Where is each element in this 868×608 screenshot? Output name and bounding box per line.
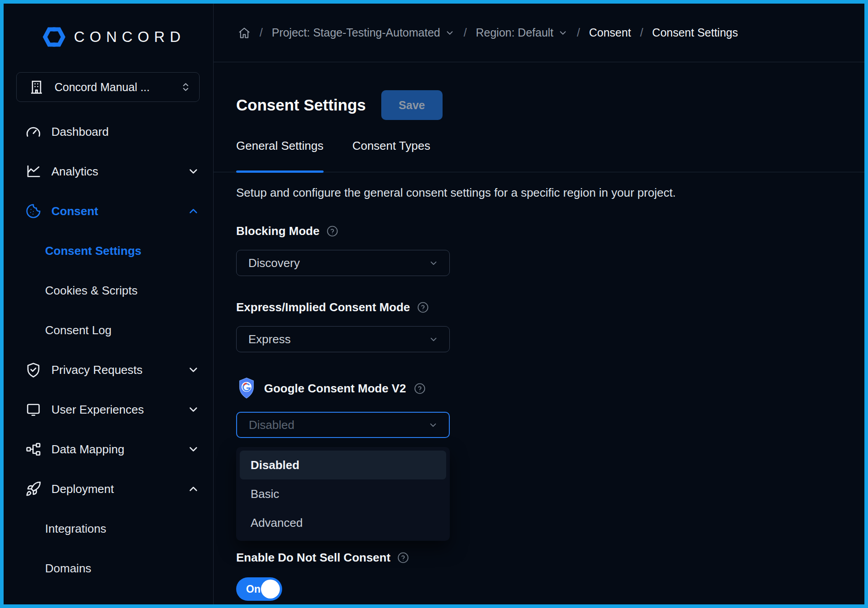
- sidebar-item-label: Consent Settings: [45, 244, 200, 258]
- sidebar-item-label: Domains: [45, 562, 200, 576]
- data-mapping-icon: [25, 441, 41, 457]
- sidebar-item-label: Privacy Requests: [51, 363, 177, 377]
- sidebar-item-data-mapping[interactable]: Data Mapping: [4, 429, 213, 469]
- line-chart-icon: [25, 163, 41, 180]
- breadcrumb-consent-settings[interactable]: Consent Settings: [652, 26, 738, 39]
- chevron-up-icon: [187, 483, 200, 495]
- sidebar-item-cookies-scripts[interactable]: Cookies & Scripts: [4, 271, 213, 310]
- tab-general-settings[interactable]: General Settings: [236, 139, 324, 172]
- sidebar-nav: Dashboard Analytics Consent: [4, 112, 213, 588]
- breadcrumb-consent[interactable]: Consent: [589, 26, 631, 39]
- do-not-sell-label-row: Enable Do Not Sell Consent: [236, 551, 837, 565]
- sidebar-item-label: Dashboard: [51, 125, 200, 139]
- monitor-icon: [25, 401, 41, 418]
- sidebar-item-label: Cookies & Scripts: [45, 284, 200, 298]
- chevron-up-icon: [187, 205, 200, 217]
- help-icon[interactable]: [397, 551, 410, 564]
- do-not-sell-label: Enable Do Not Sell Consent: [236, 551, 390, 565]
- sidebar-item-label: Analytics: [51, 165, 177, 179]
- express-implied-select[interactable]: Express: [236, 326, 450, 352]
- breadcrumb-label: Region: Default: [476, 26, 553, 39]
- page-content: Consent Settings Save General Settings C…: [214, 62, 864, 601]
- chevron-down-icon: [187, 165, 200, 178]
- brand-name: CONCORD: [74, 28, 186, 46]
- sidebar-item-consent-log[interactable]: Consent Log: [4, 310, 213, 350]
- chevron-down-icon: [187, 364, 200, 376]
- sidebar-item-analytics[interactable]: Analytics: [4, 152, 213, 191]
- help-icon[interactable]: [326, 225, 339, 238]
- sidebar-item-label: Integrations: [45, 522, 200, 536]
- save-button[interactable]: Save: [381, 90, 443, 120]
- breadcrumb-label: Project: Stage-Testing-Automated: [272, 26, 440, 39]
- toggle-state-label: On: [246, 583, 260, 595]
- google-consent-label-row: Google Consent Mode V2: [236, 377, 837, 400]
- home-icon[interactable]: [238, 27, 251, 39]
- google-consent-select[interactable]: Disabled: [236, 412, 450, 438]
- blocking-mode-value: Discovery: [248, 256, 300, 270]
- sidebar-item-dashboard[interactable]: Dashboard: [4, 112, 213, 152]
- blocking-mode-select[interactable]: Discovery: [236, 250, 450, 276]
- sidebar-item-label: Consent: [51, 204, 177, 218]
- tabs: General Settings Consent Types: [214, 139, 864, 172]
- sidebar-item-user-experiences[interactable]: User Experiences: [4, 390, 213, 429]
- sidebar-item-label: Consent Log: [45, 323, 200, 337]
- express-implied-value: Express: [248, 332, 291, 346]
- app-window: CONCORD Concord Manual ...: [0, 0, 868, 608]
- breadcrumb-separator: /: [577, 26, 580, 39]
- do-not-sell-toggle[interactable]: On: [236, 577, 282, 601]
- help-icon[interactable]: [416, 301, 429, 314]
- chevron-down-icon: [187, 443, 200, 456]
- toggle-knob: [261, 580, 280, 599]
- concord-logo-icon: [41, 26, 67, 48]
- breadcrumb-label: Consent: [589, 26, 631, 39]
- sidebar-item-privacy-requests[interactable]: Privacy Requests: [4, 350, 213, 390]
- cookie-icon: [25, 203, 41, 219]
- chevron-up-down-icon: [179, 81, 192, 93]
- google-consent-value: Disabled: [249, 418, 294, 432]
- dropdown-option-advanced[interactable]: Advanced: [240, 508, 446, 537]
- rocket-icon: [25, 481, 41, 497]
- dropdown-option-disabled[interactable]: Disabled: [240, 451, 446, 479]
- google-consent-dropdown-menu: Disabled Basic Advanced: [236, 447, 450, 541]
- page-title: Consent Settings: [236, 96, 366, 114]
- sidebar-item-deployment[interactable]: Deployment: [4, 469, 213, 509]
- sidebar: CONCORD Concord Manual ...: [4, 4, 214, 604]
- sidebar-item-label: Data Mapping: [51, 442, 177, 456]
- sidebar-item-consent[interactable]: Consent: [4, 191, 213, 231]
- blocking-mode-label: Blocking Mode: [236, 224, 320, 238]
- sidebar-item-label: User Experiences: [51, 403, 177, 417]
- chevron-down-icon: [558, 28, 568, 38]
- breadcrumb-separator: /: [260, 26, 263, 39]
- page-description: Setup and configure the general consent …: [236, 186, 837, 200]
- gauge-icon: [25, 124, 41, 140]
- breadcrumb-label: Consent Settings: [652, 26, 738, 39]
- shield-check-icon: [25, 362, 41, 378]
- chevron-down-icon: [428, 257, 439, 269]
- tab-consent-types[interactable]: Consent Types: [352, 139, 430, 172]
- sidebar-item-consent-settings[interactable]: Consent Settings: [4, 231, 213, 271]
- breadcrumb-separator: /: [640, 26, 643, 39]
- google-consent-label: Google Consent Mode V2: [264, 382, 406, 396]
- building-icon: [28, 79, 45, 95]
- google-shield-icon: [236, 377, 257, 400]
- breadcrumb: / Project: Stage-Testing-Automated / Reg…: [214, 4, 864, 62]
- sidebar-item-domains[interactable]: Domains: [4, 548, 213, 588]
- express-implied-label-row: Express/Implied Consent Mode: [236, 300, 837, 314]
- org-selector-label: Concord Manual ...: [55, 81, 169, 94]
- sidebar-item-integrations[interactable]: Integrations: [4, 509, 213, 548]
- chevron-down-icon: [187, 403, 200, 416]
- blocking-mode-label-row: Blocking Mode: [236, 224, 837, 238]
- dropdown-option-basic[interactable]: Basic: [240, 479, 446, 508]
- express-implied-label: Express/Implied Consent Mode: [236, 300, 410, 314]
- chevron-down-icon: [427, 419, 439, 431]
- chevron-down-icon: [428, 333, 439, 345]
- chevron-down-icon: [445, 28, 455, 38]
- brand-logo: CONCORD: [4, 23, 213, 51]
- breadcrumb-project[interactable]: Project: Stage-Testing-Automated: [272, 26, 455, 39]
- main-area: / Project: Stage-Testing-Automated / Reg…: [214, 4, 864, 604]
- org-selector[interactable]: Concord Manual ...: [16, 72, 200, 102]
- breadcrumb-region[interactable]: Region: Default: [476, 26, 568, 39]
- help-icon[interactable]: [413, 382, 426, 395]
- sidebar-item-label: Deployment: [51, 482, 177, 496]
- breadcrumb-separator: /: [464, 26, 467, 39]
